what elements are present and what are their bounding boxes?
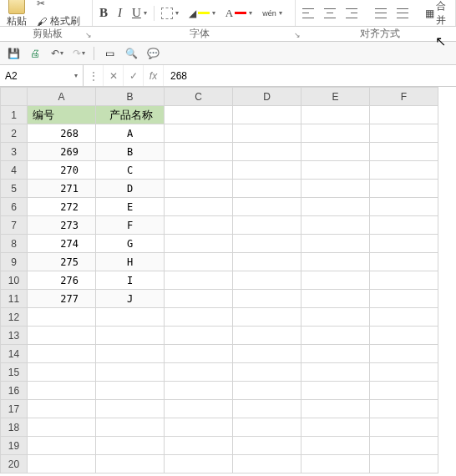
cell-E15[interactable] xyxy=(301,363,370,382)
row-head-13[interactable]: 13 xyxy=(1,327,28,345)
cell-C15[interactable] xyxy=(165,363,233,382)
cell-C10[interactable] xyxy=(165,271,233,290)
cell-E19[interactable] xyxy=(301,437,370,455)
increase-indent-button[interactable] xyxy=(393,7,412,20)
row-head-14[interactable]: 14 xyxy=(1,345,28,363)
font-launcher[interactable]: ↘ xyxy=(294,31,301,39)
cell-D2[interactable] xyxy=(233,124,301,143)
font-color-button[interactable]: A▾ xyxy=(222,5,256,22)
cell-F20[interactable] xyxy=(370,455,438,473)
cell-B10[interactable]: I xyxy=(96,271,165,290)
cell-D20[interactable] xyxy=(233,455,301,473)
cell-F14[interactable] xyxy=(370,345,438,363)
cell-E2[interactable] xyxy=(301,124,370,143)
cell-B8[interactable]: G xyxy=(96,235,165,253)
row-head-18[interactable]: 18 xyxy=(1,418,28,437)
cell-C16[interactable] xyxy=(165,382,233,400)
cell-D13[interactable] xyxy=(233,327,301,345)
cell-B12[interactable] xyxy=(96,308,165,327)
cell-D7[interactable] xyxy=(233,216,301,235)
cell-C20[interactable] xyxy=(165,455,233,473)
cell-E7[interactable] xyxy=(301,216,370,235)
cell-B18[interactable] xyxy=(96,418,165,437)
cell-F17[interactable] xyxy=(370,400,438,418)
merge-cells-button[interactable]: ▦合并 xyxy=(422,0,452,29)
cell-D1[interactable] xyxy=(233,106,301,124)
cell-F1[interactable] xyxy=(370,106,438,124)
cell-D4[interactable] xyxy=(233,161,301,180)
cell-C9[interactable] xyxy=(165,253,233,271)
name-box-input[interactable] xyxy=(5,70,55,82)
undo-button[interactable]: ↶▾ xyxy=(50,47,63,60)
cell-B5[interactable]: D xyxy=(96,180,165,198)
cell-E16[interactable] xyxy=(301,382,370,400)
qat-tool-3[interactable]: 💬 xyxy=(146,47,160,60)
decrease-indent-button[interactable] xyxy=(372,7,390,20)
cell-F12[interactable] xyxy=(370,308,438,327)
cell-D9[interactable] xyxy=(233,253,301,271)
cell-D18[interactable] xyxy=(233,418,301,437)
cell-B1[interactable]: 产品名称 xyxy=(96,106,165,124)
cell-C8[interactable] xyxy=(165,235,233,253)
cell-C5[interactable] xyxy=(165,180,233,198)
cell-F11[interactable] xyxy=(370,290,438,308)
col-head-E[interactable]: E xyxy=(301,88,370,106)
cell-C1[interactable] xyxy=(165,106,233,124)
qat-tool-2[interactable]: 🔍 xyxy=(124,47,138,60)
cell-F18[interactable] xyxy=(370,418,438,437)
cell-B9[interactable]: H xyxy=(96,253,165,271)
cell-F19[interactable] xyxy=(370,437,438,455)
cell-B16[interactable] xyxy=(96,382,165,400)
cell-A20[interactable] xyxy=(28,455,96,473)
formula-menu-button[interactable]: ⋮ xyxy=(84,65,104,86)
name-box[interactable]: ▾ xyxy=(0,65,84,86)
cell-A8[interactable]: 274 xyxy=(28,235,96,253)
clipboard-launcher[interactable]: ↘ xyxy=(85,31,92,39)
border-button[interactable]: ▾ xyxy=(158,6,182,21)
cell-A1[interactable]: 编号 xyxy=(28,106,96,124)
cell-C3[interactable] xyxy=(165,143,233,161)
cell-C7[interactable] xyxy=(165,216,233,235)
paste-button[interactable]: 粘贴 xyxy=(3,0,30,28)
cell-C13[interactable] xyxy=(165,327,233,345)
cell-F7[interactable] xyxy=(370,216,438,235)
cell-A12[interactable] xyxy=(28,308,96,327)
row-head-5[interactable]: 5 xyxy=(1,180,28,198)
cell-A19[interactable] xyxy=(28,437,96,455)
cell-E9[interactable] xyxy=(301,253,370,271)
cell-E18[interactable] xyxy=(301,418,370,437)
cell-D16[interactable] xyxy=(233,382,301,400)
cell-A7[interactable]: 273 xyxy=(28,216,96,235)
cell-A10[interactable]: 276 xyxy=(28,271,96,290)
cell-A18[interactable] xyxy=(28,418,96,437)
cell-C17[interactable] xyxy=(165,400,233,418)
cell-C2[interactable] xyxy=(165,124,233,143)
row-head-4[interactable]: 4 xyxy=(1,161,28,180)
confirm-button[interactable]: ✓ xyxy=(124,65,144,86)
row-head-10[interactable]: 10 xyxy=(1,271,28,290)
align-right-button[interactable] xyxy=(342,7,361,20)
cell-E5[interactable] xyxy=(301,180,370,198)
cell-E1[interactable] xyxy=(301,106,370,124)
row-head-3[interactable]: 3 xyxy=(1,143,28,161)
cancel-button[interactable]: ✕ xyxy=(104,65,124,86)
row-head-6[interactable]: 6 xyxy=(1,198,28,216)
cell-E10[interactable] xyxy=(301,271,370,290)
cell-D8[interactable] xyxy=(233,235,301,253)
print-button[interactable]: 🖨 xyxy=(28,47,42,60)
cell-C4[interactable] xyxy=(165,161,233,180)
cell-A17[interactable] xyxy=(28,400,96,418)
cell-E6[interactable] xyxy=(301,198,370,216)
cell-F13[interactable] xyxy=(370,327,438,345)
qat-tool-1[interactable]: ▭ xyxy=(103,47,116,60)
cell-F15[interactable] xyxy=(370,363,438,382)
align-left-button[interactable] xyxy=(299,7,317,20)
cell-F2[interactable] xyxy=(370,124,438,143)
row-head-2[interactable]: 2 xyxy=(1,124,28,143)
cell-F6[interactable] xyxy=(370,198,438,216)
col-head-A[interactable]: A xyxy=(28,88,96,106)
cell-C6[interactable] xyxy=(165,198,233,216)
cell-E11[interactable] xyxy=(301,290,370,308)
pinyin-button[interactable]: wén▾ xyxy=(259,8,286,19)
cell-B3[interactable]: B xyxy=(96,143,165,161)
